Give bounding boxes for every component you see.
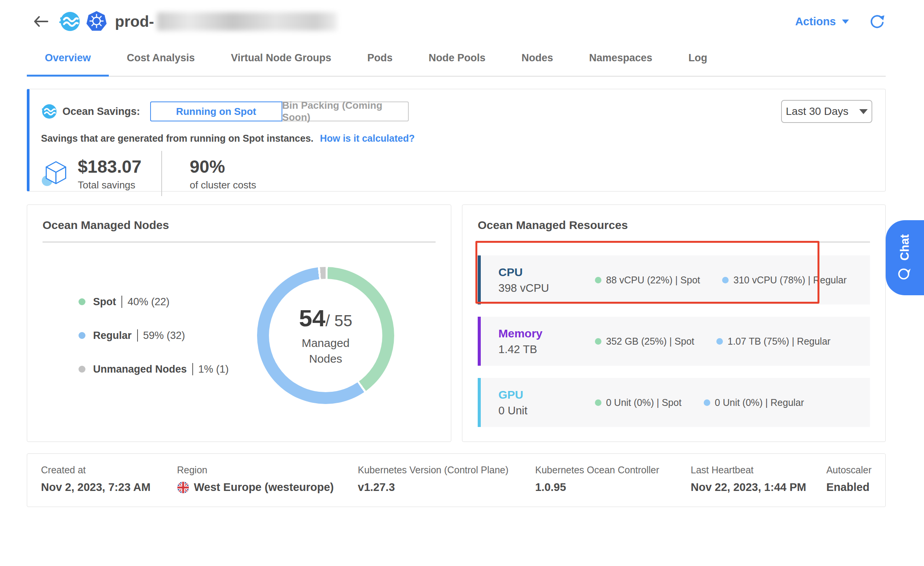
running-on-spot-button[interactable]: Running on Spot (150, 101, 282, 121)
total-count: / 55 (325, 312, 352, 330)
total-savings-label: Total savings (78, 179, 141, 191)
regular-dot-icon (722, 277, 729, 283)
memory-regular-text: 1.07 TB (75%) | Regular (727, 336, 831, 347)
tab-pods[interactable]: Pods (349, 43, 411, 77)
cluster-name-redacted (157, 12, 337, 31)
uk-flag-icon (177, 481, 189, 494)
resource-row-cpu: CPU 398 vCPU 88 vCPU (22%) | Spot 310 vC… (478, 255, 870, 304)
tab-node-pools[interactable]: Node Pools (411, 43, 504, 77)
cpu-regular-text: 310 vCPU (78%) | Regular (733, 275, 847, 286)
memory-name: Memory (498, 327, 595, 340)
header: prod- Actions (27, 0, 886, 43)
managed-nodes-title: Ocean Managed Nodes (43, 219, 436, 232)
bin-packing-button[interactable]: Bin Packing (Coming Soon) (282, 101, 409, 121)
cluster-cost-percent-value: 90% (190, 156, 256, 177)
legend-item-spot: Spot 40% (22) (79, 296, 229, 308)
cluster-info-bar: Created at Nov 2, 2023, 7:23 AM Region W… (27, 453, 886, 507)
chevron-down-icon (842, 20, 849, 24)
legend-item-regular: Regular 59% (32) (79, 329, 229, 342)
regular-legend-dot-icon (79, 332, 85, 339)
tab-nodes[interactable]: Nodes (503, 43, 571, 77)
autoscaler-label: Autoscaler (826, 465, 872, 476)
cpu-spot-text: 88 vCPU (22%) | Spot (606, 275, 700, 286)
ocean-savings-panel: Ocean Savings: Running on Spot Bin Packi… (27, 89, 886, 191)
cpu-spot-detail: 88 vCPU (22%) | Spot (595, 275, 700, 286)
last-heartbeat-value: Nov 22, 2023, 1:44 PM (691, 481, 826, 494)
memory-spot-detail: 352 GB (25%) | Spot (595, 336, 694, 347)
regular-dot-icon (704, 399, 710, 406)
divider (121, 296, 122, 308)
donut-caption: Managed Nodes (289, 335, 362, 366)
divider (43, 242, 436, 242)
savings-mode-toggle: Running on Spot Bin Packing (Coming Soon… (150, 101, 409, 121)
legend-label: Regular (93, 330, 132, 342)
tab-bar: Overview Cost Analysis Virtual Node Grou… (27, 43, 886, 77)
memory-regular-detail: 1.07 TB (75%) | Regular (716, 336, 831, 347)
gpu-name: GPU (498, 388, 595, 401)
tab-overview[interactable]: Overview (27, 43, 109, 77)
ocean-controller-label: Kubernetes Ocean Controller (535, 465, 691, 476)
ocean-savings-icon (41, 103, 57, 119)
spot-legend-dot-icon (79, 298, 85, 305)
k8s-version-label: Kubernetes Version (Control Plane) (358, 465, 535, 476)
tab-log[interactable]: Log (670, 43, 725, 77)
info-created-at: Created at Nov 2, 2023, 7:23 AM (41, 465, 177, 494)
ocean-managed-resources-panel: Ocean Managed Resources CPU 398 vCPU (462, 204, 886, 442)
memory-total: 1.42 TB (498, 343, 595, 356)
memory-accent-bar (478, 317, 481, 366)
donut-legend: Spot 40% (22) Regular 59% (32) Unmanaged… (79, 296, 229, 375)
divider (192, 363, 193, 375)
region-label: Region (177, 465, 358, 476)
cpu-regular-detail: 310 vCPU (78%) | Regular (722, 275, 847, 286)
info-last-heartbeat: Last Heartbeat Nov 22, 2023, 1:44 PM (691, 465, 826, 494)
k8s-version-value: v1.27.3 (358, 481, 535, 494)
ocean-savings-label: Ocean Savings: (62, 106, 140, 118)
spot-dot-icon (595, 277, 601, 283)
actions-button[interactable]: Actions (795, 15, 849, 28)
managed-count: 54 (299, 305, 325, 331)
info-k8s-version: Kubernetes Version (Control Plane) v1.27… (358, 465, 535, 494)
resource-row-memory: Memory 1.42 TB 352 GB (25%) | Spot 1.07 … (478, 317, 870, 366)
gpu-spot-text: 0 Unit (0%) | Spot (606, 397, 682, 408)
cpu-total: 398 vCPU (498, 282, 595, 294)
tab-namespaces[interactable]: Namespaces (571, 43, 670, 77)
ocean-managed-nodes-panel: Ocean Managed Nodes Spot 40% (22) Regula… (27, 204, 451, 442)
legend-item-unmanaged: Unmanaged Nodes 1% (1) (79, 363, 229, 375)
chevron-down-icon (859, 109, 868, 114)
regular-dot-icon (716, 338, 723, 345)
ocean-controller-value: 1.0.95 (535, 481, 691, 494)
legend-value: 40% (22) (128, 296, 170, 308)
gpu-accent-bar (478, 378, 481, 427)
how-calculated-link[interactable]: How is it calculated? (320, 133, 414, 144)
divider (478, 242, 870, 242)
legend-value: 59% (32) (143, 330, 185, 342)
total-savings-value: $183.07 (78, 156, 141, 177)
spot-dot-icon (595, 399, 601, 406)
chat-button[interactable]: Chat (886, 220, 924, 295)
period-selected-value: Last 30 Days (786, 105, 848, 118)
refresh-button[interactable] (869, 13, 886, 30)
created-at-label: Created at (41, 465, 177, 476)
cluster-cost-percent-label: of cluster costs (190, 179, 256, 191)
tab-virtual-node-groups[interactable]: Virtual Node Groups (213, 43, 349, 77)
region-value: West Europe (westeurope) (194, 481, 334, 494)
period-selector[interactable]: Last 30 Days (781, 100, 872, 123)
gpu-regular-detail: 0 Unit (0%) | Regular (704, 397, 804, 408)
back-button[interactable] (33, 14, 51, 29)
gpu-regular-text: 0 Unit (0%) | Regular (715, 397, 804, 408)
last-heartbeat-label: Last Heartbeat (691, 465, 826, 476)
cpu-name: CPU (498, 266, 595, 279)
legend-label: Spot (93, 296, 116, 308)
gpu-total: 0 Unit (498, 404, 595, 417)
kubernetes-logo-icon (86, 10, 107, 33)
tab-cost-analysis[interactable]: Cost Analysis (109, 43, 213, 77)
legend-value: 1% (1) (198, 363, 229, 375)
savings-cube-icon (41, 159, 70, 188)
spot-dot-icon (595, 338, 601, 345)
chat-label: Chat (898, 234, 912, 261)
autoscaler-status: Enabled (826, 481, 872, 494)
cluster-title-prefix: prod- (115, 13, 154, 30)
ocean-logo-icon (59, 11, 80, 32)
actions-label: Actions (795, 15, 836, 28)
info-ocean-controller: Kubernetes Ocean Controller 1.0.95 (535, 465, 691, 494)
